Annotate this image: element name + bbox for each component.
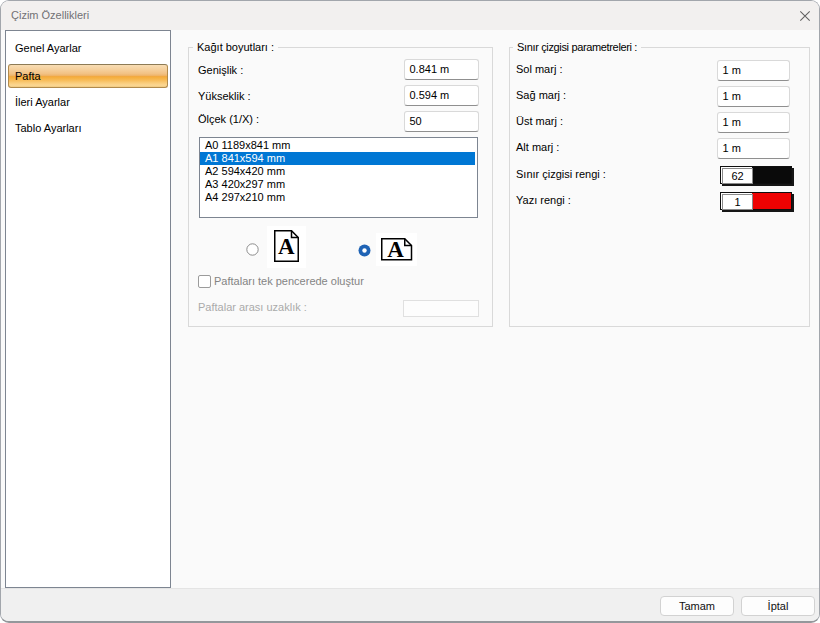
svg-text:A: A [278, 234, 295, 259]
svg-text:A: A [387, 237, 404, 262]
